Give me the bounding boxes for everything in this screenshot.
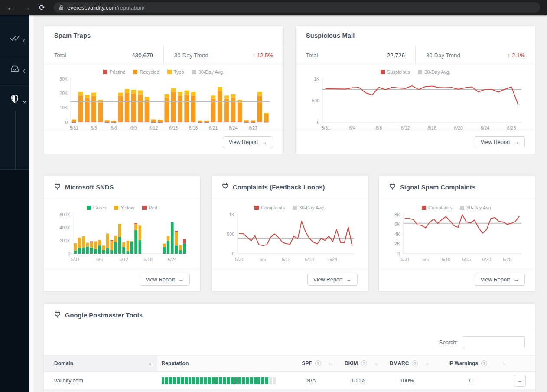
legend-swatch — [114, 206, 118, 210]
svg-text:0: 0 — [65, 120, 68, 125]
reputation-segment — [269, 377, 272, 384]
plug-icon — [389, 183, 396, 192]
svg-text:400K: 400K — [59, 225, 70, 230]
arrow-right-icon: → — [262, 139, 267, 145]
search-input[interactable] — [462, 336, 525, 348]
help-icon[interactable]: ? — [481, 360, 487, 366]
sort-icon[interactable]: ↑↓ — [329, 361, 331, 366]
svg-text:1K: 1K — [229, 212, 234, 217]
card-footer: View Report → — [296, 131, 535, 154]
back-icon[interactable]: ← — [7, 4, 14, 11]
chart-area: PristineRecycledTypo30-Day Avg. 010K20K3… — [44, 65, 283, 132]
stat-label: Total — [306, 52, 318, 59]
domain-cell: validity.com — [44, 377, 157, 384]
view-report-button[interactable]: View Report → — [307, 274, 358, 286]
svg-text:200K: 200K — [59, 238, 70, 243]
view-report-button[interactable]: View Report → — [140, 274, 190, 286]
svg-text:6/10: 6/10 — [442, 257, 451, 262]
url-bar[interactable]: everest.validity.com/reputation/ — [54, 2, 540, 13]
chart-legend: PristineRecycledTypo30-Day Avg. — [54, 69, 273, 75]
stats-row: Total 22,726 30-Day Trend ↑ 2.1% — [296, 46, 535, 65]
svg-text:8K: 8K — [394, 212, 400, 217]
legend-swatch — [142, 206, 147, 210]
suspicious-mail-chart: 05001K5/316/46/86/126/166/206/246/28 — [306, 75, 525, 132]
sidebar-divider — [0, 85, 29, 85]
row-detail-button[interactable]: → — [514, 375, 526, 387]
dkim-cell: 100% — [335, 377, 381, 384]
sort-icon[interactable]: ↑↓ — [425, 361, 428, 366]
card-footer: View Report → — [44, 131, 283, 154]
legend-label: Complaints — [428, 205, 452, 210]
reputation-segment — [273, 377, 276, 384]
svg-text:600K: 600K — [59, 212, 70, 217]
legend-item: Complaints — [254, 205, 285, 210]
forward-icon[interactable]: → — [23, 4, 30, 11]
stat-value: 22,726 — [387, 52, 405, 59]
trend-stat: 30-Day Trend ↑ 2.1% — [415, 46, 535, 65]
column-header-dkim[interactable]: DKIM ? ↑↓ — [335, 356, 381, 371]
help-icon[interactable]: ? — [361, 360, 367, 366]
legend-label: Recycled — [140, 69, 159, 75]
legend-item: Suspicious — [381, 69, 410, 75]
legend-item: 30-Day Avg. — [460, 205, 492, 210]
arrow-right-icon: → — [514, 277, 519, 283]
reload-icon[interactable]: ⟳ — [39, 4, 45, 11]
card-title: Google Postmaster Tools — [65, 312, 143, 319]
card-footer: View Report → — [212, 268, 368, 291]
reputation-segment — [215, 377, 218, 384]
view-report-button[interactable]: View Report → — [223, 136, 273, 148]
reputation-segment — [173, 377, 176, 384]
svg-text:5/31: 5/31 — [321, 125, 330, 131]
reputation-segment — [189, 377, 192, 384]
view-report-button[interactable]: View Report → — [475, 274, 525, 286]
svg-text:6K: 6K — [394, 222, 400, 227]
legend-item: Complaints — [422, 205, 452, 210]
help-icon[interactable]: ? — [412, 360, 418, 366]
card-footer: View Report → — [44, 268, 200, 291]
browser-chrome: ← → ⟳ everest.validity.com/reputation/ — [0, 0, 547, 15]
lock-icon — [59, 5, 64, 10]
next-row-partial — [44, 390, 535, 392]
legend-item: Typo — [167, 69, 184, 75]
trend-up-icon: ↑ — [508, 52, 511, 59]
main-content: Spam Traps Total 430,679 30-Day Trend ↑ … — [29, 15, 547, 392]
sidebar-item-inbox[interactable] — [0, 59, 29, 80]
plug-icon — [54, 310, 61, 320]
column-header-spf[interactable]: SPF ? ↑↓ — [287, 356, 335, 371]
sort-icon[interactable]: ↑↓ — [149, 361, 151, 366]
column-header-ip-warnings[interactable]: IP Warnings ? ↑↓ — [432, 356, 509, 371]
legend-item: 30-Day Avg. — [192, 69, 225, 75]
sidebar-item-validation[interactable] — [0, 29, 29, 49]
url-host: everest.validity.com — [67, 4, 116, 11]
reputation-segment — [231, 377, 234, 384]
reputation-segment — [169, 377, 172, 384]
reputation-segment — [242, 377, 245, 384]
stat-label: Total — [54, 52, 66, 59]
card-header: Complaints (Feedback Loops) — [212, 176, 368, 199]
sidebar-indent-line — [15, 111, 16, 169]
column-header-dmarc[interactable]: DMARC ? ↑↓ — [381, 356, 433, 371]
card-title: Suspicious Mail — [306, 32, 355, 39]
column-header-domain[interactable]: Domain ↑↓ — [44, 356, 157, 371]
sort-icon[interactable]: ↑↓ — [502, 361, 505, 366]
chart-area: Complaints30-Day Avg. 05001K5/316/66/126… — [212, 199, 368, 263]
help-icon[interactable]: ? — [315, 360, 321, 366]
svg-text:0: 0 — [68, 251, 70, 256]
legend-label: 30-Day Avg. — [466, 205, 492, 210]
view-report-button[interactable]: View Report → — [475, 136, 525, 148]
signal-spam-chart: 02K4K6K8K5/316/56/106/156/206/25 — [389, 211, 525, 263]
svg-text:6/25: 6/25 — [503, 257, 512, 262]
sidebar-item-reputation[interactable] — [0, 89, 29, 110]
card-header: Signal Spam Complaints — [379, 176, 535, 199]
reputation-segment — [257, 377, 260, 384]
svg-text:6/18: 6/18 — [305, 257, 314, 262]
svg-text:6/6: 6/6 — [111, 125, 117, 131]
trend-stat: 30-Day Trend ↑ 12.5% — [163, 46, 283, 65]
reputation-segment — [181, 377, 184, 384]
svg-text:0: 0 — [232, 251, 234, 256]
sort-icon[interactable]: ↑↓ — [374, 361, 377, 366]
legend-swatch — [418, 70, 422, 74]
signal-spam-card: Signal Spam Complaints Complaints30-Day … — [378, 176, 536, 291]
complaints-fbl-chart: 05001K5/316/66/126/186/24 — [222, 211, 358, 263]
column-header-reputation: Reputation — [157, 356, 287, 371]
